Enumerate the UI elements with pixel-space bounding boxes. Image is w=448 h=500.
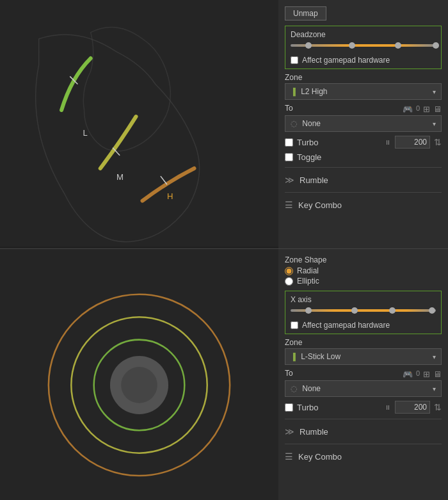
bottom-xbox-icon: ⊞ xyxy=(423,369,430,379)
zone-label: Zone xyxy=(285,73,442,82)
bottom-zone-value: L-Stick Low xyxy=(301,352,340,361)
bottom-to-value: None xyxy=(302,384,321,393)
turbo-checkbox[interactable] xyxy=(285,138,293,147)
keycombo-label: Key Combo xyxy=(298,200,342,210)
to-section: To 🎮 0 ⊞ 🖥 ◌ None ▾ xyxy=(285,104,442,132)
unmap-button[interactable]: Unmap xyxy=(285,6,326,20)
xaxis-thumb-1[interactable] xyxy=(305,307,312,314)
controller-icon: 🎮 xyxy=(403,104,413,114)
radial-row: Radial xyxy=(285,266,442,275)
to-dropdown[interactable]: ◌ None ▾ xyxy=(285,115,442,132)
to-value: None xyxy=(302,119,321,128)
toggle-label: Toggle xyxy=(297,152,321,162)
bottom-chevron-down-icon-to: ▾ xyxy=(433,385,436,392)
bottom-keycombo-icon: ☰ xyxy=(285,451,293,462)
bottom-controls: Zone Shape Radial Elliptic X axis xyxy=(278,249,448,500)
turbo-stepper[interactable]: ⇅ xyxy=(434,137,442,147)
xaxis-thumb-2[interactable] xyxy=(351,307,358,314)
affect-gamepad-bottom-checkbox[interactable] xyxy=(291,321,298,329)
bottom-rumble-row[interactable]: ≫ Rumble xyxy=(285,424,442,439)
xaxis-label: X axis xyxy=(291,295,436,304)
bottom-turbo-bar-icon: ⏸ xyxy=(385,404,391,411)
keycombo-row[interactable]: ☰ Key Combo xyxy=(285,198,442,212)
svg-point-12 xyxy=(121,367,157,404)
bottom-divider-1 xyxy=(285,419,442,419)
bottom-panel: Zone Shape Radial Elliptic X axis xyxy=(0,249,448,500)
xaxis-thumb-4[interactable] xyxy=(429,307,435,314)
zero-badge: 0 xyxy=(416,104,420,114)
bottom-keycombo-row[interactable]: ☰ Key Combo xyxy=(285,449,442,464)
top-panel: L M H Unmap Deadzone xyxy=(0,0,448,249)
elliptic-row: Elliptic xyxy=(285,277,442,286)
screen-icon: 🖥 xyxy=(433,104,442,114)
to-label: To xyxy=(285,104,293,113)
svg-text:M: M xyxy=(116,172,124,182)
divider-2 xyxy=(285,192,442,193)
bottom-controller-icon: 🎮 xyxy=(403,369,413,379)
top-canvas: L M H xyxy=(0,0,278,248)
turbo-label: Turbo xyxy=(297,138,318,147)
deadzone-thumb-1[interactable] xyxy=(305,42,312,49)
deadzone-thumb-3[interactable] xyxy=(395,42,401,49)
radial-radio[interactable] xyxy=(285,267,293,275)
chevron-down-icon-to: ▾ xyxy=(433,120,436,127)
bottom-screen-icon: 🖥 xyxy=(433,369,442,379)
turbo-value-input[interactable] xyxy=(395,136,430,149)
deadzone-thumb-4[interactable] xyxy=(433,42,439,49)
deadzone-slider-track[interactable] xyxy=(291,44,436,47)
bottom-to-row: To 🎮 0 ⊞ 🖥 xyxy=(285,369,442,379)
zone-value: L2 High xyxy=(301,87,327,96)
svg-text:H: H xyxy=(167,191,173,201)
bar-icon: ▐ xyxy=(291,88,296,95)
toggle-checkbox[interactable] xyxy=(285,153,293,161)
top-controls: Unmap Deadzone Affect gamepad hardware Z… xyxy=(278,0,448,248)
bottom-turbo-label: Turbo xyxy=(297,403,318,412)
bottom-turbo-checkbox[interactable] xyxy=(285,403,293,412)
turbo-bar-icon: ⏸ xyxy=(385,139,391,146)
xaxis-thumb-3[interactable] xyxy=(389,307,396,314)
bottom-to-icons: 🎮 0 ⊞ 🖥 xyxy=(403,369,442,379)
xaxis-section: X axis Affect gamepad hardware xyxy=(285,291,442,334)
bottom-rumble-icon: ≫ xyxy=(285,426,294,437)
zone-shape-label: Zone Shape xyxy=(285,255,442,264)
chevron-down-icon: ▾ xyxy=(433,88,436,95)
to-icons: 🎮 0 ⊞ 🖥 xyxy=(403,104,442,114)
bottom-zone-section: Zone ▐ L-Stick Low ▾ xyxy=(285,338,442,365)
elliptic-radio[interactable] xyxy=(285,277,293,286)
bottom-keycombo-label: Key Combo xyxy=(298,452,342,462)
toggle-row: Toggle xyxy=(285,152,442,162)
bottom-to-label: To xyxy=(285,369,293,378)
rumble-row[interactable]: ≫ Rumble xyxy=(285,173,442,187)
bottom-circle-icon: ◌ xyxy=(291,384,297,393)
affect-gamepad-row: Affect gamepad hardware xyxy=(291,56,436,65)
zone-section: Zone ▐ L2 High ▾ xyxy=(285,73,442,100)
bottom-to-dropdown[interactable]: ◌ None ▾ xyxy=(285,380,442,397)
zone-shape-section: Zone Shape Radial Elliptic xyxy=(285,255,442,287)
svg-text:L: L xyxy=(83,128,87,138)
divider-1 xyxy=(285,167,442,168)
radial-label: Radial xyxy=(297,266,319,275)
xaxis-slider-track[interactable] xyxy=(291,309,436,312)
affect-gamepad-bottom-label: Affect gamepad hardware xyxy=(302,321,390,330)
bottom-zone-dropdown[interactable]: ▐ L-Stick Low ▾ xyxy=(285,348,442,365)
deadzone-section: Deadzone Affect gamepad hardware xyxy=(285,26,442,69)
rumble-label: Rumble xyxy=(300,175,328,185)
bottom-to-section: To 🎮 0 ⊞ 🖥 ◌ None ▾ xyxy=(285,369,442,397)
to-row: To 🎮 0 ⊞ 🖥 xyxy=(285,104,442,114)
keycombo-icon: ☰ xyxy=(285,200,293,210)
bottom-turbo-stepper[interactable]: ⇅ xyxy=(434,402,442,412)
circle-icon: ◌ xyxy=(291,119,297,128)
deadzone-thumb-2[interactable] xyxy=(349,42,355,49)
deadzone-label: Deadzone xyxy=(291,30,436,39)
bottom-rumble-label: Rumble xyxy=(300,427,328,437)
bottom-turbo-value-input[interactable] xyxy=(395,401,430,414)
bottom-canvas xyxy=(0,249,278,500)
bottom-bar-icon: ▐ xyxy=(291,353,296,360)
affect-gamepad-checkbox[interactable] xyxy=(291,56,298,64)
bottom-divider-2 xyxy=(285,444,442,444)
bottom-chevron-down-icon: ▾ xyxy=(433,353,436,360)
xbox-icon: ⊞ xyxy=(423,104,430,114)
zone-dropdown[interactable]: ▐ L2 High ▾ xyxy=(285,83,442,100)
bottom-zero-badge: 0 xyxy=(416,369,420,379)
bottom-zone-label: Zone xyxy=(285,338,442,347)
